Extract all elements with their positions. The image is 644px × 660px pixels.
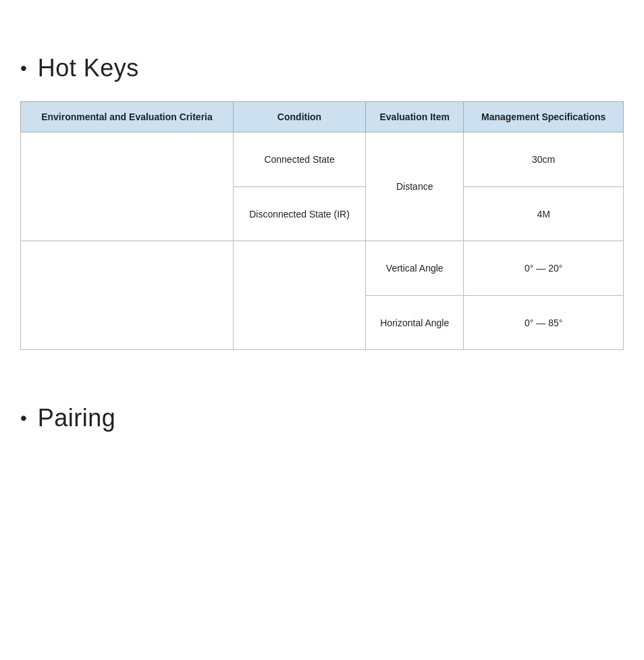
hot-keys-bullet: • (20, 59, 27, 78)
table-row-distance: Connected State Disconnected State (IR) … (21, 132, 624, 241)
spec-cell-1: 30cm 4M (464, 132, 624, 241)
spec-horizontal-angle: 0° — 85° (464, 295, 623, 349)
condition-cell-2 (233, 241, 365, 350)
spec-4m: 4M (464, 186, 623, 240)
pairing-bullet: • (20, 409, 27, 428)
spec-30cm: 30cm (464, 132, 623, 186)
col-header-eval: Evaluation Item (366, 102, 464, 132)
pairing-title: Pairing (38, 404, 116, 432)
eval-cell-angles: Vertical Angle Horizontal Angle (366, 241, 464, 350)
spec-vertical-angle: 0° — 20° (464, 241, 623, 295)
env-cell-2 (21, 241, 234, 350)
eval-horizontal: Horizontal Angle (366, 295, 463, 349)
condition-cell-1: Connected State Disconnected State (IR) (233, 132, 365, 241)
condition-connected: Connected State (234, 132, 365, 186)
col-header-env: Environmental and Evaluation Criteria (21, 102, 234, 132)
hot-keys-table: Environmental and Evaluation Criteria Co… (20, 101, 624, 350)
col-header-condition: Condition (233, 102, 365, 132)
hot-keys-heading: • Hot Keys (20, 54, 624, 82)
hot-keys-title: Hot Keys (38, 54, 139, 82)
table-row-angles: Vertical Angle Horizontal Angle 0° — 20°… (21, 241, 624, 350)
eval-vertical: Vertical Angle (366, 241, 463, 295)
eval-cell-distance: Distance (366, 132, 464, 241)
pairing-heading: • Pairing (20, 404, 624, 432)
spec-cell-angles: 0° — 20° 0° — 85° (464, 241, 624, 350)
env-cell-1 (21, 132, 234, 241)
condition-disconnected: Disconnected State (IR) (234, 186, 365, 240)
col-header-mgmt: Management Specifications (464, 102, 624, 132)
